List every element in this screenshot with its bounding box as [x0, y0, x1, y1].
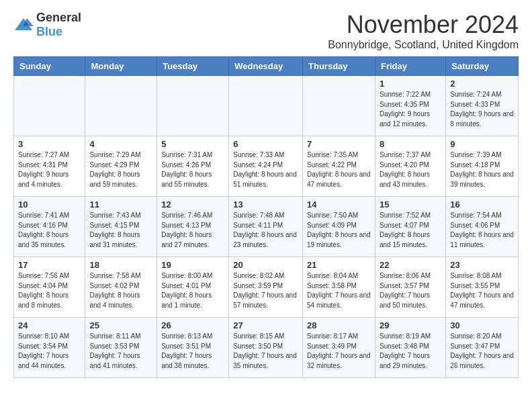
day-number: 23 [450, 260, 514, 270]
header-cell-tuesday: Tuesday [157, 57, 229, 76]
day-info: Sunrise: 7:24 AMSunset: 4:33 PMDaylight:… [450, 90, 514, 129]
title-area: November 2024 Bonnybridge, Scotland, Uni… [328, 11, 519, 51]
day-info: Sunrise: 7:52 AMSunset: 4:07 PMDaylight:… [380, 211, 441, 250]
day-cell: 13Sunrise: 7:48 AMSunset: 4:11 PMDayligh… [229, 197, 303, 257]
header-cell-saturday: Saturday [446, 57, 519, 76]
day-cell: 20Sunrise: 8:02 AMSunset: 3:59 PMDayligh… [229, 257, 303, 318]
header-cell-monday: Monday [85, 57, 157, 76]
day-cell: 25Sunrise: 8:11 AMSunset: 3:53 PMDayligh… [85, 318, 157, 378]
day-info: Sunrise: 7:39 AMSunset: 4:18 PMDaylight:… [450, 150, 514, 189]
day-cell: 5Sunrise: 7:31 AMSunset: 4:26 PMDaylight… [157, 136, 229, 197]
week-row-2: 10Sunrise: 7:41 AMSunset: 4:16 PMDayligh… [14, 197, 519, 257]
day-cell: 22Sunrise: 8:06 AMSunset: 3:57 PMDayligh… [375, 257, 445, 318]
logo: General Blue [13, 11, 81, 39]
day-info: Sunrise: 7:50 AMSunset: 4:09 PMDaylight:… [307, 211, 371, 250]
day-cell: 11Sunrise: 7:43 AMSunset: 4:15 PMDayligh… [85, 197, 157, 257]
week-row-1: 3Sunrise: 7:27 AMSunset: 4:31 PMDaylight… [14, 136, 519, 197]
day-number: 25 [89, 320, 152, 330]
day-number: 15 [380, 199, 441, 210]
day-info: Sunrise: 8:06 AMSunset: 3:57 PMDaylight:… [380, 271, 441, 310]
day-info: Sunrise: 7:43 AMSunset: 4:15 PMDaylight:… [89, 211, 152, 250]
day-number: 10 [18, 199, 81, 210]
page: General Blue November 2024 Bonnybridge, … [0, 0, 532, 389]
day-info: Sunrise: 7:48 AMSunset: 4:11 PMDaylight:… [233, 211, 298, 250]
day-number: 19 [161, 260, 224, 270]
day-info: Sunrise: 8:15 AMSunset: 3:50 PMDaylight:… [233, 332, 298, 371]
logo-icon [13, 17, 34, 33]
day-cell: 9Sunrise: 7:39 AMSunset: 4:18 PMDaylight… [446, 136, 519, 197]
day-number: 2 [450, 79, 514, 89]
day-number: 8 [380, 139, 441, 149]
header: General Blue November 2024 Bonnybridge, … [13, 11, 519, 51]
day-number: 9 [450, 139, 514, 149]
day-cell [229, 76, 303, 136]
day-number: 20 [233, 260, 298, 270]
day-number: 29 [380, 320, 441, 330]
day-info: Sunrise: 8:08 AMSunset: 3:55 PMDaylight:… [450, 271, 514, 310]
subtitle: Bonnybridge, Scotland, United Kingdom [328, 39, 519, 51]
day-cell: 7Sunrise: 7:35 AMSunset: 4:22 PMDaylight… [303, 136, 375, 197]
header-cell-friday: Friday [375, 57, 445, 76]
day-info: Sunrise: 8:17 AMSunset: 3:49 PMDaylight:… [307, 332, 371, 371]
day-cell: 16Sunrise: 7:54 AMSunset: 4:06 PMDayligh… [446, 197, 519, 257]
calendar-table: SundayMondayTuesdayWednesdayThursdayFrid… [13, 56, 519, 378]
day-number: 11 [89, 199, 152, 210]
calendar-header: SundayMondayTuesdayWednesdayThursdayFrid… [14, 57, 519, 76]
day-cell: 3Sunrise: 7:27 AMSunset: 4:31 PMDaylight… [14, 136, 85, 197]
day-cell: 2Sunrise: 7:24 AMSunset: 4:33 PMDaylight… [446, 76, 519, 136]
month-title: November 2024 [328, 11, 519, 39]
day-number: 27 [233, 320, 298, 330]
day-cell [303, 76, 375, 136]
day-info: Sunrise: 8:13 AMSunset: 3:51 PMDaylight:… [161, 332, 224, 371]
day-number: 13 [233, 199, 298, 210]
day-info: Sunrise: 7:31 AMSunset: 4:26 PMDaylight:… [161, 150, 224, 189]
day-cell: 14Sunrise: 7:50 AMSunset: 4:09 PMDayligh… [303, 197, 375, 257]
day-cell: 27Sunrise: 8:15 AMSunset: 3:50 PMDayligh… [229, 318, 303, 378]
day-cell: 15Sunrise: 7:52 AMSunset: 4:07 PMDayligh… [375, 197, 445, 257]
day-cell [14, 76, 85, 136]
day-info: Sunrise: 8:02 AMSunset: 3:59 PMDaylight:… [233, 271, 298, 310]
header-cell-wednesday: Wednesday [229, 57, 303, 76]
day-info: Sunrise: 7:46 AMSunset: 4:13 PMDaylight:… [161, 211, 224, 250]
logo-text: General Blue [36, 11, 81, 39]
day-cell: 12Sunrise: 7:46 AMSunset: 4:13 PMDayligh… [157, 197, 229, 257]
day-cell: 28Sunrise: 8:17 AMSunset: 3:49 PMDayligh… [303, 318, 375, 378]
day-cell: 26Sunrise: 8:13 AMSunset: 3:51 PMDayligh… [157, 318, 229, 378]
day-number: 12 [161, 199, 224, 210]
day-number: 1 [380, 79, 441, 89]
day-info: Sunrise: 8:04 AMSunset: 3:58 PMDaylight:… [307, 271, 371, 310]
day-info: Sunrise: 7:56 AMSunset: 4:04 PMDaylight:… [18, 271, 81, 310]
day-number: 21 [307, 260, 371, 270]
day-cell: 1Sunrise: 7:22 AMSunset: 4:35 PMDaylight… [375, 76, 445, 136]
week-row-4: 24Sunrise: 8:10 AMSunset: 3:54 PMDayligh… [14, 318, 519, 378]
day-cell: 4Sunrise: 7:29 AMSunset: 4:29 PMDaylight… [85, 136, 157, 197]
day-info: Sunrise: 7:33 AMSunset: 4:24 PMDaylight:… [233, 150, 298, 189]
day-info: Sunrise: 8:10 AMSunset: 3:54 PMDaylight:… [18, 332, 81, 371]
day-cell: 18Sunrise: 7:58 AMSunset: 4:02 PMDayligh… [85, 257, 157, 318]
day-number: 18 [89, 260, 152, 270]
day-number: 17 [18, 260, 81, 270]
week-row-3: 17Sunrise: 7:56 AMSunset: 4:04 PMDayligh… [14, 257, 519, 318]
header-cell-sunday: Sunday [14, 57, 85, 76]
day-cell: 8Sunrise: 7:37 AMSunset: 4:20 PMDaylight… [375, 136, 445, 197]
logo-general: General [36, 11, 81, 24]
day-info: Sunrise: 8:00 AMSunset: 4:01 PMDaylight:… [161, 271, 224, 310]
day-info: Sunrise: 7:29 AMSunset: 4:29 PMDaylight:… [89, 150, 152, 189]
calendar-body: 1Sunrise: 7:22 AMSunset: 4:35 PMDaylight… [14, 76, 519, 378]
day-number: 22 [380, 260, 441, 270]
day-cell: 30Sunrise: 8:20 AMSunset: 3:47 PMDayligh… [446, 318, 519, 378]
day-info: Sunrise: 7:35 AMSunset: 4:22 PMDaylight:… [307, 150, 371, 189]
day-number: 6 [233, 139, 298, 149]
day-number: 4 [89, 139, 152, 149]
day-number: 3 [18, 139, 81, 149]
day-number: 7 [307, 139, 371, 149]
day-cell: 21Sunrise: 8:04 AMSunset: 3:58 PMDayligh… [303, 257, 375, 318]
day-cell: 24Sunrise: 8:10 AMSunset: 3:54 PMDayligh… [14, 318, 85, 378]
day-number: 26 [161, 320, 224, 330]
day-info: Sunrise: 7:58 AMSunset: 4:02 PMDaylight:… [89, 271, 152, 310]
header-row: SundayMondayTuesdayWednesdayThursdayFrid… [14, 57, 519, 76]
day-info: Sunrise: 7:54 AMSunset: 4:06 PMDaylight:… [450, 211, 514, 250]
header-cell-thursday: Thursday [303, 57, 375, 76]
week-row-0: 1Sunrise: 7:22 AMSunset: 4:35 PMDaylight… [14, 76, 519, 136]
day-number: 5 [161, 139, 224, 149]
